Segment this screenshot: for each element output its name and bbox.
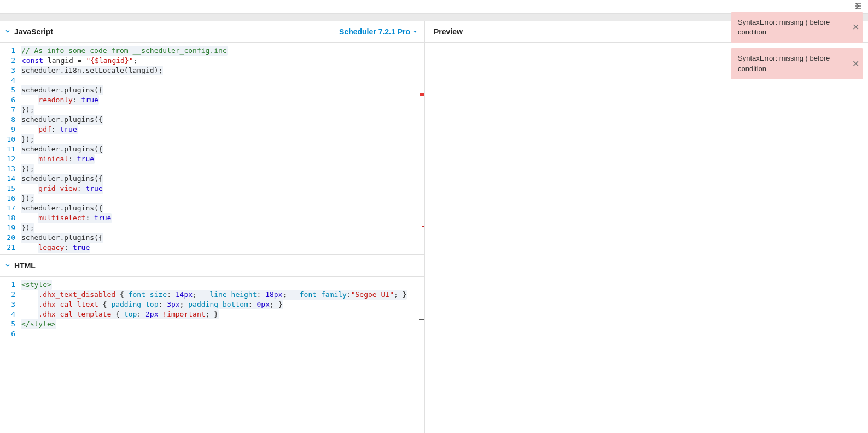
line-number: 13 [0, 164, 15, 174]
line-number: 2 [0, 56, 15, 66]
html-panel: HTML 123456 <style> .dhx_text_disabled {… [0, 255, 424, 433]
pane-resize-handle[interactable] [419, 319, 424, 320]
code-line[interactable]: }); [21, 194, 424, 203]
code-line[interactable]: grid_view: true [21, 184, 424, 194]
code-line[interactable]: .dhx_cal_ltext { padding-top: 3px; paddi… [21, 300, 424, 309]
line-number: 4 [0, 75, 15, 85]
code-line[interactable]: .dhx_text_disabled { font-size: 14px; li… [21, 290, 424, 300]
svg-point-3 [857, 3, 858, 4]
html-gutter: 123456 [0, 277, 21, 433]
code-line[interactable]: readonly: true [21, 95, 424, 105]
code-line[interactable]: scheduler.plugins({ [21, 203, 424, 213]
html-panel-title: HTML [14, 261, 36, 270]
js-gutter: 123456789101112131415161718192021 [0, 43, 21, 254]
line-number: 1 [0, 46, 15, 56]
javascript-panel: JavaScript Scheduler 7.2.1 Pro 123456789… [0, 21, 424, 255]
error-marker[interactable] [420, 93, 424, 96]
line-number: 7 [0, 105, 15, 115]
error-marker[interactable] [422, 226, 424, 227]
code-line[interactable]: }); [21, 164, 424, 174]
close-icon[interactable]: ✕ [852, 57, 859, 69]
version-label: Scheduler 7.2.1 Pro [339, 27, 410, 36]
line-number: 10 [0, 134, 15, 144]
js-code-area[interactable]: // As info some code from __scheduler_co… [21, 43, 424, 254]
code-line[interactable]: legacy: true [21, 243, 424, 253]
code-line[interactable]: scheduler.plugins({ [21, 233, 424, 243]
html-code-area[interactable]: <style> .dhx_text_disabled { font-size: … [21, 277, 424, 433]
code-line[interactable]: }); [21, 223, 424, 233]
js-panel-title: JavaScript [14, 27, 53, 36]
line-number: 8 [0, 115, 15, 125]
preview-column: Preview [425, 21, 868, 433]
svg-point-5 [857, 7, 858, 9]
line-number: 14 [0, 174, 15, 184]
line-number: 9 [0, 125, 15, 134]
line-number: 5 [0, 319, 15, 329]
toast-container: SyntaxError: missing ( before condition✕… [731, 12, 863, 79]
code-line[interactable]: minical: true [21, 154, 424, 164]
line-number: 1 [0, 280, 15, 290]
code-line[interactable]: pdf: true [21, 125, 424, 134]
html-editor[interactable]: 123456 <style> .dhx_text_disabled { font… [0, 277, 424, 433]
line-number: 6 [0, 95, 15, 105]
preview-panel-title: Preview [429, 27, 463, 36]
line-number: 19 [0, 223, 15, 233]
line-number: 12 [0, 154, 15, 164]
toast-message: SyntaxError: missing ( before condition [738, 18, 830, 36]
version-selector[interactable]: Scheduler 7.2.1 Pro [339, 27, 418, 36]
editor-column: JavaScript Scheduler 7.2.1 Pro 123456789… [0, 21, 425, 433]
code-line[interactable]: .dhx_cal_template { top: 2px !important;… [21, 309, 424, 319]
toast-message: SyntaxError: missing ( before condition [738, 54, 830, 72]
chevron-down-icon[interactable] [4, 27, 11, 36]
line-number: 11 [0, 144, 15, 154]
line-number: 16 [0, 194, 15, 203]
line-number: 3 [0, 300, 15, 309]
line-number: 18 [0, 213, 15, 223]
line-number: 6 [0, 329, 15, 339]
code-line[interactable]: scheduler.i18n.setLocale(langid); [21, 66, 424, 75]
error-toast: SyntaxError: missing ( before condition✕ [731, 48, 863, 79]
error-markers [420, 43, 424, 254]
svg-point-4 [859, 5, 860, 7]
caret-down-icon [412, 27, 418, 36]
code-line[interactable]: <style> [21, 280, 424, 290]
js-editor[interactable]: 123456789101112131415161718192021 // As … [0, 43, 424, 254]
line-number: 17 [0, 203, 15, 213]
code-line[interactable] [21, 75, 424, 85]
code-line[interactable]: multiselect: true [21, 213, 424, 223]
svg-marker-6 [414, 31, 417, 32]
code-line[interactable]: }); [21, 105, 424, 115]
code-line[interactable]: const langid = "{$langid}"; [21, 56, 424, 66]
code-line[interactable]: // As info some code from __scheduler_co… [21, 46, 424, 56]
line-number: 5 [0, 85, 15, 95]
line-number: 21 [0, 243, 15, 253]
js-panel-header: JavaScript Scheduler 7.2.1 Pro [0, 21, 424, 43]
code-line[interactable]: scheduler.plugins({ [21, 85, 424, 95]
line-number: 3 [0, 66, 15, 75]
code-line[interactable]: }); [21, 134, 424, 144]
line-number: 4 [0, 309, 15, 319]
line-number: 20 [0, 233, 15, 243]
preview-area [425, 43, 868, 433]
close-icon[interactable]: ✕ [852, 21, 859, 33]
line-number: 15 [0, 184, 15, 194]
code-line[interactable]: </style> [21, 319, 424, 329]
code-line[interactable]: scheduler.plugins({ [21, 115, 424, 125]
code-line[interactable]: scheduler.plugins({ [21, 144, 424, 154]
error-toast: SyntaxError: missing ( before condition✕ [731, 12, 863, 43]
line-number: 2 [0, 290, 15, 300]
code-line[interactable]: scheduler.plugins({ [21, 174, 424, 184]
chevron-down-icon[interactable] [4, 261, 11, 270]
html-panel-header: HTML [0, 255, 424, 277]
code-line[interactable] [21, 329, 424, 339]
settings-icon[interactable] [854, 2, 863, 12]
